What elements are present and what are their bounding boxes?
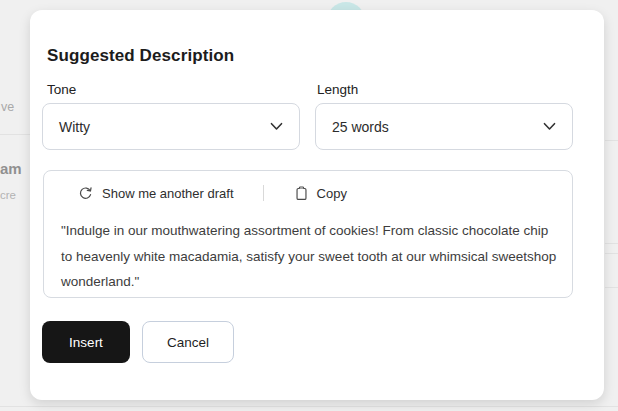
background-divider bbox=[0, 134, 30, 135]
background-text-fragment: cre bbox=[0, 189, 16, 201]
dialog-title: Suggested Description bbox=[47, 46, 234, 66]
page: ve am cre Suggested Description Tone Len… bbox=[0, 0, 618, 411]
draft-toolbar: Show me another draft Copy bbox=[78, 184, 347, 202]
background-divider bbox=[605, 253, 618, 254]
tone-select[interactable]: Witty bbox=[42, 103, 300, 150]
background-divider bbox=[605, 140, 618, 141]
copy-label: Copy bbox=[317, 186, 347, 201]
background-divider bbox=[605, 243, 618, 244]
tone-label: Tone bbox=[47, 82, 76, 97]
length-select[interactable]: 25 words bbox=[315, 103, 573, 150]
length-selected-value: 25 words bbox=[332, 119, 389, 135]
regenerate-label: Show me another draft bbox=[102, 186, 234, 201]
chevron-down-icon bbox=[270, 122, 283, 131]
suggested-description-dialog: Suggested Description Tone Length Witty … bbox=[30, 10, 604, 400]
cancel-button[interactable]: Cancel bbox=[142, 321, 234, 363]
length-label: Length bbox=[317, 82, 358, 97]
copy-button[interactable]: Copy bbox=[295, 186, 347, 201]
refresh-icon bbox=[78, 186, 93, 201]
draft-panel: Show me another draft Copy "Indulge in o… bbox=[43, 170, 573, 298]
regenerate-button[interactable]: Show me another draft bbox=[78, 186, 234, 201]
background-divider bbox=[0, 406, 618, 407]
tone-selected-value: Witty bbox=[59, 119, 90, 135]
draft-text: "Indulge in our mouthwatering assortment… bbox=[61, 218, 563, 295]
chevron-down-icon bbox=[543, 122, 556, 131]
toolbar-divider bbox=[263, 185, 264, 201]
background-divider bbox=[605, 287, 618, 288]
background-text-fragment: am bbox=[0, 160, 22, 177]
background-text-fragment: ve bbox=[1, 100, 14, 114]
clipboard-icon bbox=[295, 186, 308, 201]
insert-button[interactable]: Insert bbox=[42, 321, 130, 363]
